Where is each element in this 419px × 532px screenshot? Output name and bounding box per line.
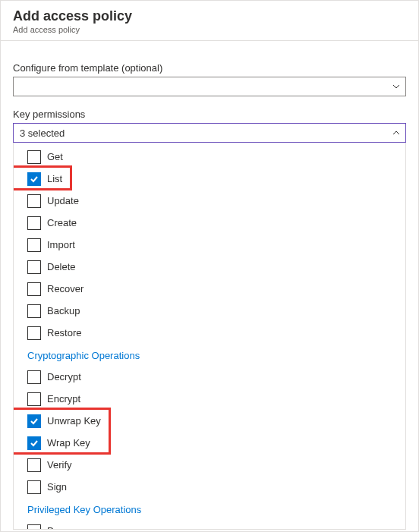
option-label: Decrypt — [47, 371, 81, 382]
option-label: Import — [47, 239, 75, 250]
dropdown-option[interactable]: Import — [14, 234, 405, 256]
checkbox[interactable] — [27, 480, 41, 494]
dropdown-option[interactable]: Create — [14, 212, 405, 234]
option-label: List — [47, 173, 62, 184]
checkbox[interactable] — [27, 326, 41, 340]
dropdown-option[interactable]: Sign — [14, 476, 405, 498]
checkbox[interactable] — [27, 436, 41, 450]
checkbox[interactable] — [27, 414, 41, 428]
dropdown-option[interactable]: Restore — [14, 322, 405, 344]
dropdown-section-header: Privileged Key Operations — [14, 498, 405, 520]
dropdown-option[interactable]: Unwrap Key — [14, 410, 405, 432]
dropdown-scroll-area[interactable]: GetListUpdateCreateImportDeleteRecoverBa… — [14, 143, 405, 529]
page-header: Add access policy Add access policy — [1, 1, 418, 41]
option-label: Get — [47, 151, 63, 162]
dropdown-option[interactable]: Wrap Key — [14, 432, 405, 454]
option-label: Create — [47, 217, 77, 228]
option-label: Recover — [47, 283, 83, 294]
dropdown-option[interactable]: List — [14, 168, 405, 190]
option-label: Backup — [47, 305, 80, 316]
page-subtitle: Add access policy — [13, 25, 406, 34]
dropdown-option[interactable]: Purge — [14, 520, 405, 529]
dropdown-section-header: Cryptographic Operations — [14, 344, 405, 366]
template-label: Configure from template (optional) — [13, 62, 406, 74]
dropdown-option[interactable]: Encrypt — [14, 388, 405, 410]
checkbox[interactable] — [27, 392, 41, 406]
page-title: Add access policy — [13, 8, 406, 24]
chevron-down-icon — [392, 82, 401, 91]
checkbox[interactable] — [27, 370, 41, 384]
option-label: Verify — [47, 459, 72, 471]
dropdown-option[interactable]: Verify — [14, 454, 405, 476]
checkbox[interactable] — [27, 172, 41, 186]
key-permissions-label: Key permissions — [13, 109, 406, 120]
checkbox[interactable] — [27, 458, 41, 472]
option-label: Update — [47, 195, 79, 206]
option-label: Wrap Key — [47, 437, 90, 449]
option-label: Purge — [47, 525, 74, 529]
dropdown-option[interactable]: Backup — [14, 300, 405, 322]
option-label: Encrypt — [47, 393, 80, 405]
checkbox[interactable] — [27, 238, 41, 252]
checkbox[interactable] — [27, 304, 41, 318]
option-label: Delete — [47, 261, 76, 272]
option-label: Unwrap Key — [47, 415, 101, 427]
checkbox[interactable] — [27, 524, 41, 530]
key-permissions-dropdown: GetListUpdateCreateImportDeleteRecoverBa… — [13, 143, 406, 530]
dropdown-option[interactable]: Delete — [14, 256, 405, 278]
content-area: Configure from template (optional) Key p… — [1, 41, 418, 530]
dropdown-option[interactable]: Get — [14, 146, 405, 168]
checkbox[interactable] — [27, 260, 41, 274]
dropdown-option[interactable]: Update — [14, 190, 405, 212]
dropdown-option[interactable]: Recover — [14, 278, 405, 300]
key-permissions-summary: 3 selected — [20, 127, 65, 139]
checkbox[interactable] — [27, 216, 41, 230]
option-label: Restore — [47, 327, 82, 338]
option-label: Sign — [47, 481, 67, 493]
template-select[interactable] — [13, 77, 406, 96]
checkbox[interactable] — [27, 282, 41, 296]
dropdown-option[interactable]: Decrypt — [14, 366, 405, 388]
checkbox[interactable] — [27, 194, 41, 208]
key-permissions-select[interactable]: 3 selected — [13, 123, 406, 143]
chevron-up-icon — [392, 128, 401, 137]
checkbox[interactable] — [27, 150, 41, 164]
